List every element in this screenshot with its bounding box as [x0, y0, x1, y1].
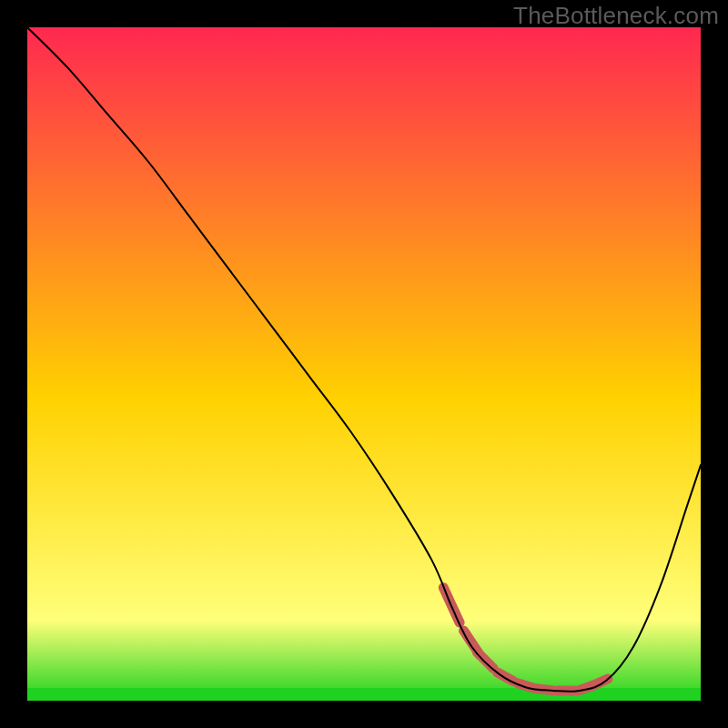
chart-plot [27, 27, 701, 701]
chart-svg [27, 27, 701, 701]
gradient-background [27, 27, 701, 701]
watermark-text: TheBottleneck.com [513, 2, 719, 30]
green-baseline [27, 688, 701, 701]
chart-frame: TheBottleneck.com [0, 0, 728, 728]
